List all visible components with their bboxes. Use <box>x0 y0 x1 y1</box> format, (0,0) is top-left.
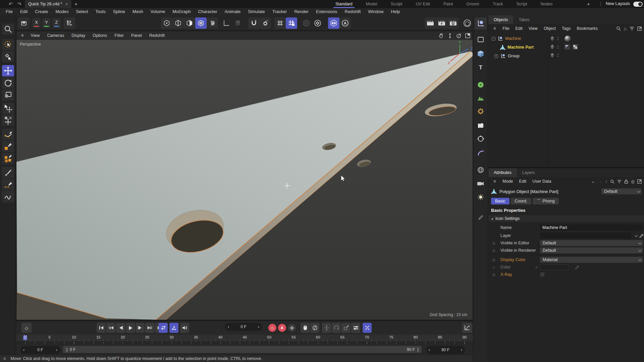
viewport-filter-eye-icon[interactable] <box>328 17 339 29</box>
toggle-views-icon[interactable] <box>465 33 471 39</box>
sound-button[interactable] <box>180 323 189 333</box>
menu-item[interactable]: Volume <box>147 8 169 15</box>
history-forward-icon[interactable]: → <box>598 179 602 184</box>
range-start-spinner[interactable]: ‹ 0 F › <box>20 346 60 354</box>
solo-off-icon[interactable] <box>301 17 312 29</box>
landscape-object-icon[interactable] <box>475 92 487 104</box>
edges-mode-icon[interactable] <box>172 17 184 29</box>
pencil-tool-icon[interactable] <box>475 212 487 224</box>
layout-tab[interactable]: Model <box>359 0 384 8</box>
object-name[interactable]: Group <box>508 54 520 58</box>
eyedropper-icon[interactable] <box>575 265 579 269</box>
goto-start-button[interactable] <box>97 323 106 333</box>
hamburger-icon[interactable]: ≡ <box>3 356 6 361</box>
attributes-menu-item[interactable]: Mode <box>499 179 516 184</box>
chip-coord[interactable]: Coord. <box>511 198 532 204</box>
objects-menu-item[interactable]: Object <box>541 26 559 31</box>
interactive-render-region-icon[interactable] <box>462 17 473 29</box>
visibility-dots-icon[interactable] <box>557 46 558 49</box>
set-keyframe-button[interactable]: ◇ <box>21 323 32 333</box>
fcurve-editor-button[interactable] <box>462 323 472 333</box>
range-end-spinner[interactable]: ‹ 90 F › <box>426 346 465 354</box>
camera-object-icon[interactable] <box>475 178 487 190</box>
animate-diamond-icon[interactable]: ◇ <box>492 258 495 262</box>
menu-item[interactable]: Spline <box>109 8 129 15</box>
document-tab[interactable]: Quick Tip 26.c4d * ✕ <box>25 0 71 8</box>
layer-input[interactable] <box>540 233 631 239</box>
layout-tab[interactable]: Script <box>509 0 534 8</box>
move-tool-icon[interactable] <box>2 65 14 76</box>
tab-objects[interactable]: Objects <box>488 15 513 24</box>
coordinate-system-icon[interactable] <box>64 17 75 29</box>
attributes-menu-item[interactable]: User Data <box>529 179 554 184</box>
section-header[interactable]: Basic Properties <box>491 208 526 213</box>
hamburger-icon[interactable]: ≡ <box>490 26 499 31</box>
objects-menu-item[interactable]: Tags <box>559 26 574 31</box>
layers-icon[interactable] <box>550 45 555 50</box>
x-axis-lock-button[interactable]: X <box>32 18 41 28</box>
viewport-menu-item[interactable]: Cameras <box>43 32 68 39</box>
bend-deformer-icon[interactable] <box>475 147 487 159</box>
eyedropper-icon[interactable] <box>639 234 644 238</box>
orbit-icon[interactable] <box>456 33 462 39</box>
home-icon[interactable]: ⌂ <box>624 26 627 31</box>
render-picture-viewer-icon[interactable] <box>436 17 447 29</box>
chevron-left-icon[interactable]: ‹ <box>429 348 430 352</box>
menu-item[interactable]: MoGraph <box>169 8 194 15</box>
objects-menu-item[interactable]: File <box>499 26 512 31</box>
objects-menu-item[interactable]: Edit <box>512 26 526 31</box>
loop-playback-button[interactable] <box>159 323 168 333</box>
lock-icon[interactable] <box>624 179 628 184</box>
chevron-right-icon[interactable]: › <box>258 324 259 329</box>
collapse-icon[interactable]: − <box>492 37 495 41</box>
tree-row-machine[interactable]: − Machine <box>492 35 521 42</box>
menu-item[interactable]: Simulate <box>244 8 269 15</box>
menu-item[interactable]: Window <box>364 8 387 15</box>
render-settings-icon[interactable] <box>447 17 459 29</box>
workplane-axis-icon[interactable] <box>221 17 232 29</box>
scale-tool-icon[interactable] <box>2 89 14 101</box>
chevron-right-icon[interactable]: › <box>56 348 57 352</box>
tree-row-machine-part[interactable]: Machine Part <box>500 44 534 51</box>
viewport-menu-item[interactable]: Filter <box>111 32 127 39</box>
attributes-menu-item[interactable]: Edit <box>516 179 530 184</box>
history-back-icon[interactable]: ← <box>591 179 595 184</box>
hamburger-icon[interactable]: ≡ <box>490 179 499 184</box>
key-position-toggle[interactable] <box>322 323 331 333</box>
layout-tab[interactable]: UV Edit <box>409 0 437 8</box>
selection-tag[interactable] <box>565 44 570 50</box>
solo-settings-icon[interactable] <box>312 17 323 29</box>
filter-icon[interactable] <box>630 26 634 31</box>
hamburger-icon[interactable]: ≡ <box>18 32 26 39</box>
menu-item[interactable]: Modes <box>52 8 72 15</box>
layout-tab[interactable]: Standard <box>329 0 359 8</box>
layout-tab[interactable]: Nodes <box>534 0 559 8</box>
add-layout-icon[interactable]: + <box>587 0 590 8</box>
menu-item[interactable]: Help <box>387 8 404 15</box>
visibility-dots-icon[interactable] <box>557 37 558 40</box>
record-keyframe-button[interactable]: ◇ <box>268 324 276 332</box>
layout-tab[interactable]: Groom <box>460 0 486 8</box>
viewport-menu-item[interactable]: Redshift <box>146 32 168 39</box>
layers-icon[interactable] <box>550 53 555 58</box>
color-swatch[interactable] <box>540 264 569 270</box>
uvw-tag[interactable] <box>573 44 578 50</box>
view-label[interactable]: Perspective <box>20 42 41 47</box>
keyframe-selection-filter[interactable] <box>363 323 372 333</box>
tree-row-group[interactable]: + Group <box>494 52 520 60</box>
auto-mode-icon[interactable]: A <box>339 17 351 29</box>
spline-smooth-icon[interactable] <box>2 191 14 202</box>
filter-icon[interactable] <box>617 180 622 183</box>
menu-item[interactable]: Tracker <box>269 8 291 15</box>
icon-settings-group[interactable]: ▸ Icon Settings <box>488 215 644 222</box>
menu-item[interactable]: Render <box>290 8 312 15</box>
grid-icon[interactable] <box>274 17 286 29</box>
visibility-dots-icon[interactable] <box>557 54 558 57</box>
menu-item[interactable]: Animate <box>221 8 245 15</box>
render-view-icon[interactable] <box>425 17 436 29</box>
snap-settings-gear-icon[interactable] <box>260 17 271 29</box>
tab-attributes[interactable]: Attributes <box>488 168 517 177</box>
menu-item[interactable]: Mesh <box>129 8 147 15</box>
layer-dropdown-icon[interactable] <box>635 234 638 237</box>
light-object-icon[interactable] <box>475 191 487 203</box>
